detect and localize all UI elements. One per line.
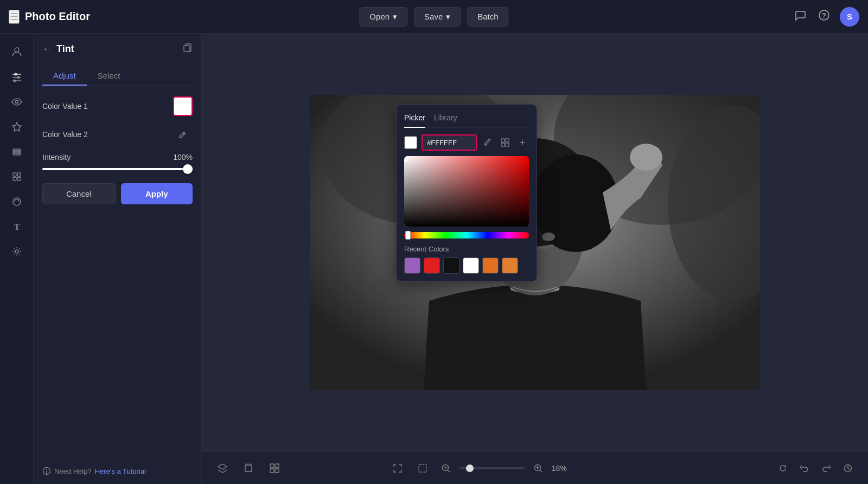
recent-color-white[interactable] [463,257,479,274]
panel-tabs: Adjust Select [42,67,193,86]
svg-rect-13 [13,173,16,176]
hex-input[interactable] [427,139,471,147]
hex-color-preview [404,136,417,149]
sidebar-effects-icon[interactable] [6,241,28,262]
zoom-plus-button[interactable] [530,460,546,476]
avatar[interactable]: S [840,7,859,27]
recent-colors-label: Recent Colors [404,245,529,253]
history-icon-button[interactable] [839,459,857,477]
picker-tab-library[interactable]: Library [434,112,457,123]
grid-toolbar-icon[interactable] [265,459,284,478]
eyedropper-icon[interactable] [481,136,494,149]
hamburger-menu[interactable]: ☰ [9,10,20,24]
open-label: Open [369,12,390,21]
zoom-minus-button[interactable] [438,460,454,476]
svg-point-19 [15,250,18,253]
zoom-value: 18% [552,464,573,473]
sidebar-person-icon[interactable] [6,41,28,63]
recent-color-orange1[interactable] [482,257,499,274]
svg-text:i: i [46,469,48,475]
color-value-2-row: Color Value 2 [42,125,193,144]
intensity-label: Intensity [42,153,71,162]
tab-adjust[interactable]: Adjust [42,67,87,86]
svg-text:T: T [14,222,20,231]
picker-tabs: Picker Library [404,112,529,128]
refresh-icon-button[interactable] [774,459,792,477]
svg-rect-36 [501,139,505,142]
undo-icon-button[interactable] [795,459,814,477]
apply-button[interactable]: Apply [121,183,193,204]
svg-line-50 [448,470,450,472]
gradient-picker[interactable] [404,156,529,227]
duplicate-icon[interactable] [182,42,193,56]
recent-color-black[interactable] [443,257,459,274]
hue-slider[interactable] [404,232,529,238]
sidebar-mask-icon[interactable] [6,191,28,212]
fit-view-icon[interactable] [388,459,407,478]
bottom-right-controls [774,459,857,477]
chat-icon-button[interactable] [792,7,808,26]
cancel-button[interactable]: Cancel [42,183,116,204]
crop-toolbar-icon[interactable] [239,459,258,478]
header-right: ? S [792,7,859,27]
sidebar-eye-icon[interactable] [6,91,28,113]
info-icon: i [42,467,51,475]
redo-icon-button[interactable] [817,459,835,477]
header-left: ☰ Photo Editor [9,10,90,24]
help-text: i Need Help? Here's a Tutorial [42,467,193,475]
hue-thumb [405,231,411,240]
svg-rect-20 [184,46,189,51]
hex-row: + [404,134,529,151]
recent-color-red[interactable] [424,257,440,274]
zoom-slider[interactable] [459,467,525,469]
svg-rect-43 [270,464,274,468]
svg-point-9 [15,101,18,104]
back-arrow-icon: ← [42,43,52,55]
color-value-2-label: Color Value 2 [42,130,88,139]
svg-rect-40 [245,465,252,472]
grid-view-icon[interactable] [499,136,512,149]
save-chevron: ▾ [446,12,450,22]
svg-point-17 [13,198,21,205]
intensity-value: 100% [173,153,193,162]
bottom-toolbar: 18% [202,451,868,484]
picker-tab-picker[interactable]: Picker [404,112,425,128]
sidebar-text-icon[interactable]: T [6,216,28,237]
recent-color-orange2[interactable] [502,257,518,274]
smart-select-icon[interactable] [413,459,432,478]
sidebar-star-icon[interactable] [6,116,28,138]
svg-rect-12 [13,153,21,155]
sidebar-layers-icon[interactable] [6,141,28,163]
svg-rect-10 [13,149,21,151]
intensity-slider[interactable] [42,166,193,172]
sidebar-objects-icon[interactable] [6,166,28,188]
tab-select[interactable]: Select [87,67,131,86]
color-value-1-swatch[interactable] [173,96,193,116]
svg-rect-38 [501,143,505,146]
svg-text:?: ? [822,11,826,20]
svg-point-32 [630,144,662,171]
open-chevron: ▾ [393,12,397,22]
intensity-row: Intensity 100% [42,153,193,162]
svg-rect-44 [275,464,279,468]
help-link[interactable]: Here's a Tutorial [95,467,146,475]
add-color-icon[interactable]: + [516,136,529,149]
layers-toolbar-icon[interactable] [213,459,232,478]
zoom-controls: 18% [388,459,573,478]
svg-point-8 [13,80,16,82]
tint-panel: ← Tint Adjust Select Color Value 1 Color… [34,34,202,484]
batch-button[interactable]: Batch [467,7,508,27]
header: ☰ Photo Editor Open ▾ Save ▾ Batch ? S [0,0,868,34]
sidebar-sliders-icon[interactable] [6,66,28,88]
svg-line-54 [540,470,542,472]
back-button[interactable]: ← Tint [42,43,74,55]
help-icon-button[interactable]: ? [816,7,832,26]
recent-color-purple[interactable] [404,257,420,274]
canvas-content: Picker Library [202,34,868,451]
header-center: Open ▾ Save ▾ Batch [359,7,508,27]
hex-input-wrapper [422,134,477,151]
open-button[interactable]: Open ▾ [359,7,407,27]
color-value-2-edit[interactable] [173,125,193,144]
sidebar-icons: T [0,34,34,484]
save-button[interactable]: Save ▾ [414,7,461,27]
